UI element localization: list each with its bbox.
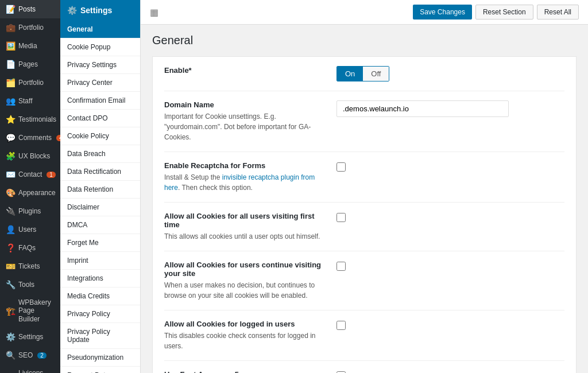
sidebar-item-seo[interactable]: 🔍 SEO 2: [0, 346, 60, 364]
content-area: General Enable* On Off Domain Name I: [141, 25, 588, 373]
toggle-off-button[interactable]: Off: [363, 67, 389, 81]
sidebar-item-appearance[interactable]: 🎨 Appearance: [0, 184, 60, 202]
sidebar-item-plugins[interactable]: 🔌 Plugins: [0, 202, 60, 220]
sidebar-item-settings[interactable]: ⚙️ Settings: [0, 328, 60, 346]
submenu-item-data-rectification[interactable]: Data Rectification: [60, 163, 140, 181]
submenu-item-privacy-policy-update[interactable]: Privacy Policy Update: [60, 323, 140, 349]
tools-icon: 🔧: [6, 280, 15, 289]
submenu-item-confirmation-email[interactable]: Confirmation Email: [60, 92, 140, 110]
domain-input[interactable]: [336, 100, 509, 117]
enable-label-col: Enable*: [164, 66, 325, 77]
submenu-item-pseudonymization[interactable]: Pseudonymization: [60, 349, 140, 367]
allow-continue-label-col: Allow all Cookies for users continue vis…: [164, 261, 325, 301]
submenu-item-media-credits[interactable]: Media Credits: [60, 287, 140, 305]
recaptcha-desc: Install & Setup the invisible recaptcha …: [164, 172, 325, 193]
sidebar-item-wpbakery[interactable]: 🏗️ WPBakery Page Builder: [0, 294, 60, 328]
enable-toggle[interactable]: On Off: [336, 66, 389, 81]
top-save-button[interactable]: Save Changes: [413, 5, 472, 20]
seo-badge: 2: [37, 352, 47, 359]
media-icon: 🖼️: [6, 41, 15, 50]
recaptcha-label-col: Enable Recaptcha for Forms Install & Set…: [164, 161, 325, 193]
allow-first-control: [336, 212, 564, 224]
seo-icon: 🔍: [6, 351, 15, 360]
sidebar-item-tickets[interactable]: 🎫 Tickets: [0, 257, 60, 275]
sidebar-item-tools[interactable]: 🔧 Tools: [0, 275, 60, 294]
contact-badge: 1: [47, 172, 56, 178]
pages-icon: 📄: [6, 60, 15, 69]
font-awesome-label: Use Font Awesome 5: [164, 370, 325, 373]
staff-icon: 👥: [6, 96, 15, 106]
ux-blocks-icon: 🧩: [6, 151, 15, 161]
submenu-item-dmca[interactable]: DMCA: [60, 216, 140, 234]
sidebar-item-comments[interactable]: 💬 Comments 4: [0, 129, 60, 147]
allow-logged-control: [336, 320, 564, 332]
sidebar-item-livicons[interactable]: ✨ Livicons Evo: [0, 364, 60, 373]
posts-icon: 📝: [6, 5, 15, 14]
sidebar-item-portfolio[interactable]: 💼 Portfolio: [0, 18, 60, 37]
sidebar-item-portfolio2[interactable]: 🗂️ Portfolio: [0, 73, 60, 92]
sidebar-item-media[interactable]: 🖼️ Media: [0, 37, 60, 55]
submenu-item-cookie-popup[interactable]: Cookie Popup: [60, 38, 140, 56]
allow-logged-row: Allow all Cookies for logged in users Th…: [164, 310, 564, 361]
portfolio-icon: 💼: [6, 23, 15, 32]
submenu-item-contact-dpo[interactable]: Contact DPO: [60, 110, 140, 127]
submenu-item-data-retention[interactable]: Data Retention: [60, 181, 140, 199]
recaptcha-control: [336, 161, 564, 173]
submenu-item-privacy-policy[interactable]: Privacy Policy: [60, 305, 140, 323]
top-reset-section-button[interactable]: Reset Section: [475, 5, 533, 20]
top-reset-all-button[interactable]: Reset All: [537, 5, 579, 20]
sidebar-item-pages[interactable]: 📄 Pages: [0, 55, 60, 73]
users-icon: 👤: [6, 225, 15, 234]
top-bar-actions: Save Changes Reset Section Reset All: [413, 5, 579, 20]
allow-first-desc: This allows all cookies until a user opt…: [164, 231, 325, 242]
recaptcha-checkbox[interactable]: [336, 162, 346, 172]
sidebar-item-testimonials[interactable]: ⭐ Testimonials: [0, 110, 60, 129]
sidebar-item-ux-blocks[interactable]: 🧩 UX Blocks: [0, 147, 60, 165]
contact-icon: ✉️: [6, 170, 15, 179]
submenu-item-general[interactable]: General: [60, 21, 140, 38]
wpbakery-icon: 🏗️: [6, 306, 15, 316]
enable-label: Enable*: [164, 66, 325, 75]
allow-first-label: Allow all Cookies for all users visiting…: [164, 212, 325, 229]
submenu-item-privacy-settings[interactable]: Privacy Settings: [60, 56, 140, 74]
submenu-item-request-data-archive[interactable]: Request Data Archive: [60, 367, 140, 373]
font-awesome-row: Use Font Awesome 5 This will disable fon…: [164, 361, 564, 373]
submenu-item-data-breach[interactable]: Data Breach: [60, 145, 140, 163]
allow-first-checkbox[interactable]: [336, 213, 346, 222]
sidebar-item-faqs[interactable]: ❓ FAQs: [0, 239, 60, 257]
submenu-item-privacy-center[interactable]: Privacy Center: [60, 74, 140, 92]
submenu-header-icon: ⚙️: [67, 6, 77, 15]
page-title: General: [152, 34, 577, 47]
allow-continue-control: [336, 261, 564, 273]
recaptcha-label: Enable Recaptcha for Forms: [164, 161, 325, 170]
comments-icon: 💬: [6, 133, 15, 142]
allow-logged-desc: This disables cookie check consents for …: [164, 331, 325, 351]
submenu-item-imprint[interactable]: Imprint: [60, 252, 140, 270]
domain-name-row: Domain Name Important for Cookie unsetti…: [164, 91, 564, 152]
allow-continue-label: Allow all Cookies for users continue vis…: [164, 261, 325, 278]
sidebar-item-posts[interactable]: 📝 Posts: [0, 0, 60, 18]
main-content: ▦ Save Changes Reset Section Reset All G…: [141, 0, 588, 373]
sidebar-item-contact[interactable]: ✉️ Contact 1: [0, 165, 60, 184]
submenu-item-disclaimer[interactable]: Disclaimer: [60, 199, 140, 216]
allow-first-row: Allow all Cookies for all users visiting…: [164, 203, 564, 251]
recaptcha-row: Enable Recaptcha for Forms Install & Set…: [164, 152, 564, 203]
plugins-icon: 🔌: [6, 207, 15, 216]
top-bar: ▦ Save Changes Reset Section Reset All: [141, 0, 588, 25]
sidebar-item-users[interactable]: 👤 Users: [0, 220, 60, 239]
top-bar-left: ▦: [150, 7, 158, 18]
allow-continue-checkbox[interactable]: [336, 262, 346, 271]
toggle-on-button[interactable]: On: [337, 67, 363, 81]
sidebar-item-staff[interactable]: 👥 Staff: [0, 92, 60, 110]
font-awesome-label-col: Use Font Awesome 5 This will disable fon…: [164, 370, 325, 373]
grid-icon: ▦: [150, 7, 158, 18]
submenu-item-cookie-policy[interactable]: Cookie Policy: [60, 127, 140, 145]
font-awesome-control: [336, 370, 564, 373]
faqs-icon: ❓: [6, 243, 15, 252]
submenu-header-label: Settings: [80, 6, 112, 15]
allow-logged-checkbox[interactable]: [336, 321, 346, 330]
submenu-item-forget-me[interactable]: Forget Me: [60, 234, 140, 252]
submenu-item-integrations[interactable]: Integrations: [60, 270, 140, 287]
settings-icon: ⚙️: [6, 332, 15, 341]
sidebar: 📝 Posts 💼 Portfolio 🖼️ Media 📄 Pages 🗂️ …: [0, 0, 60, 373]
